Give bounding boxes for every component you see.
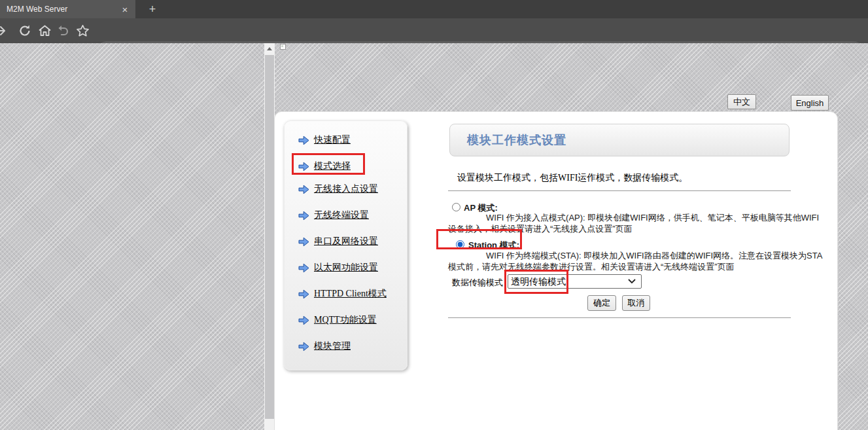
- sidebar-item-wireless-sta[interactable]: 无线终端设置: [298, 209, 369, 222]
- forward-icon[interactable]: [0, 23, 8, 39]
- menu-arrow-icon: [298, 185, 309, 194]
- ap-mode-radio[interactable]: [452, 203, 460, 211]
- sidebar-item-label[interactable]: 快速配置: [314, 134, 351, 146]
- divider: [448, 317, 791, 318]
- transfer-mode-label: 数据传输模式: [452, 277, 503, 289]
- sidebar-item-label[interactable]: 以太网功能设置: [314, 262, 378, 274]
- page-viewport: 中文 English 快速配置 模式选择 无线接入点设置: [0, 43, 868, 430]
- undo-icon[interactable]: [55, 23, 71, 39]
- home-icon[interactable]: [37, 23, 52, 39]
- sidebar-item-label[interactable]: 串口及网络设置: [314, 236, 378, 247]
- main-panel: 快速配置 模式选择 无线接入点设置 无线终端设置 串口及网络设置: [274, 111, 838, 430]
- sidebar-item-label[interactable]: MQTT功能设置: [314, 314, 377, 326]
- scrollbar-up-button[interactable]: [264, 43, 275, 54]
- sidebar-item-label[interactable]: 模块管理: [314, 340, 351, 352]
- content-title-box: 模块工作模式设置: [449, 124, 790, 156]
- page-title: 模块工作模式设置: [467, 132, 566, 148]
- sidebar-item-mqtt[interactable]: MQTT功能设置: [298, 314, 377, 327]
- sidebar-item-quick-config[interactable]: 快速配置: [298, 134, 351, 147]
- sidebar-item-module-management[interactable]: 模块管理: [298, 340, 351, 353]
- browser-window: M2M Web Server × + http://10.10.100.254/…: [0, 0, 868, 430]
- menu-arrow-icon: [298, 342, 309, 351]
- sidebar-menu: 快速配置 模式选择 无线接入点设置 无线终端设置 串口及网络设置: [284, 120, 408, 370]
- sidebar-item-mode-select[interactable]: 模式选择: [298, 160, 351, 173]
- station-mode-desc-line1: WIFI 作为终端模式(STA): 即模块加入WIFI路由器创建的WIFI网络。…: [486, 250, 822, 262]
- menu-arrow-icon: [298, 162, 309, 171]
- ap-mode-desc-line1: WIFI 作为接入点模式(AP): 即模块创建WIFI网络，供手机、笔记本、平板…: [486, 212, 819, 224]
- tab-bar: M2M Web Server × +: [0, 0, 868, 18]
- tab-close-icon[interactable]: ×: [120, 5, 130, 14]
- station-mode-desc-line2: 模式前，请先对无线终端参数进行设置。相关设置请进入“无线终端设置”页面: [448, 261, 735, 273]
- reload-icon[interactable]: [17, 23, 33, 39]
- sidebar-item-serial-network[interactable]: 串口及网络设置: [298, 235, 378, 248]
- divider: [448, 190, 791, 191]
- transfer-mode-select[interactable]: 透明传输模式: [508, 274, 642, 289]
- menu-arrow-icon: [298, 135, 309, 145]
- menu-arrow-icon: [298, 289, 309, 299]
- tab-title: M2M Web Server: [7, 5, 120, 14]
- frame-scrollbar[interactable]: [264, 43, 275, 430]
- sidebar-item-ethernet[interactable]: 以太网功能设置: [298, 261, 378, 274]
- browser-tab[interactable]: M2M Web Server ×: [0, 0, 135, 18]
- browser-toolbar: http://10.10.100.254/home.html: [0, 18, 868, 43]
- cancel-button[interactable]: 取消: [622, 295, 650, 311]
- ok-button[interactable]: 确定: [587, 295, 616, 311]
- language-english-button[interactable]: English: [791, 95, 829, 111]
- menu-arrow-icon: [298, 315, 309, 325]
- new-tab-button[interactable]: +: [143, 0, 162, 18]
- menu-arrow-icon: [298, 211, 309, 221]
- station-mode-radio[interactable]: [456, 240, 464, 249]
- sidebar-item-label[interactable]: HTTPD Client模式: [314, 288, 387, 300]
- sidebar-item-wireless-ap[interactable]: 无线接入点设置: [298, 183, 378, 196]
- sidebar-item-httpd-client[interactable]: HTTPD Client模式: [298, 287, 387, 300]
- broken-image-icon: [280, 44, 286, 50]
- sidebar-item-label[interactable]: 无线终端设置: [314, 209, 369, 221]
- intro-text: 设置模块工作模式，包括WIFI运作模式，数据传输模式。: [457, 172, 687, 184]
- ap-mode-desc-line2: 设备接入，相关设置请进入“无线接入点设置”页面: [448, 223, 633, 235]
- language-chinese-button[interactable]: 中文: [727, 94, 756, 109]
- bookmark-star-icon[interactable]: [75, 23, 90, 39]
- menu-arrow-icon: [298, 237, 309, 247]
- sidebar-item-label[interactable]: 无线接入点设置: [314, 183, 378, 195]
- sidebar-item-label[interactable]: 模式选择: [314, 160, 351, 172]
- scrollbar-thumb[interactable]: [265, 55, 274, 419]
- menu-arrow-icon: [298, 263, 309, 273]
